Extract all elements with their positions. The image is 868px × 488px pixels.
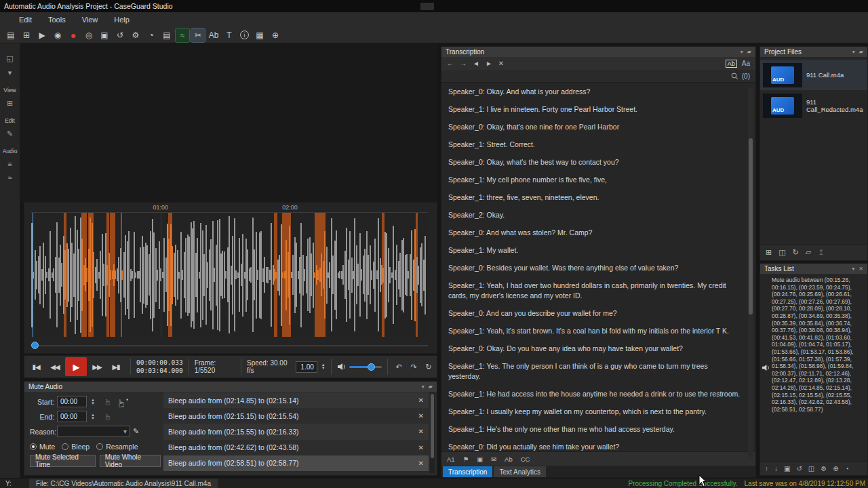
transcript-line[interactable]: Speaker_1: He had access into the house …	[448, 389, 741, 399]
match-case-icon[interactable]: Ab	[726, 60, 737, 68]
levels-icon[interactable]: ≈	[7, 174, 12, 182]
transcript-line[interactable]: Speaker_0: Okay. Do you have any idea wh…	[448, 344, 741, 354]
menu-item[interactable]: View	[74, 12, 106, 27]
seek-bar[interactable]	[31, 341, 428, 350]
transcript-scroll-thumb[interactable]	[749, 138, 753, 314]
waveform-plot[interactable]	[31, 213, 428, 337]
mute-whole-video-button[interactable]: Mute Whole Video	[100, 455, 161, 467]
bleep-row[interactable]: Bleep audio from (02:15.55) to (02:16.33…	[163, 424, 429, 439]
bleep-row[interactable]: Bleep audio from (02:58.51) to (02:58.77…	[163, 455, 429, 471]
project-file-item[interactable]: AUD 911 Call.m4a	[760, 60, 867, 90]
transcript-line[interactable]: Speaker_1: Yes. The only person I can th…	[448, 361, 741, 382]
mute-selected-time-button[interactable]: Mute Selected Time	[30, 455, 96, 467]
seek-knob[interactable]	[31, 342, 39, 349]
open-folder-icon[interactable]: ▱	[806, 248, 811, 257]
record-icon[interactable]: ●	[66, 28, 80, 42]
grid-icon[interactable]: ⊞	[7, 99, 13, 108]
pin-icon[interactable]: ▰	[859, 49, 863, 55]
play-segment-icon[interactable]: ◄	[473, 60, 479, 67]
play-next-icon[interactable]: ►	[486, 60, 492, 67]
attachment-icon[interactable]: ⚑	[463, 455, 469, 463]
translate-icon[interactable]: Ab	[505, 455, 513, 463]
transcript-line[interactable]: Speaker_0: Okay. And what is your addres…	[448, 87, 741, 97]
dock-icon[interactable]: ◱	[6, 54, 13, 63]
pin-icon[interactable]: ▰	[747, 49, 751, 55]
loop-icon[interactable]: ↻	[423, 363, 434, 371]
web-icon[interactable]: ⊕	[269, 28, 282, 42]
camera-icon[interactable]: ◉	[51, 28, 64, 42]
report-icon[interactable]: ▤	[160, 28, 174, 42]
chevron-down-icon[interactable]: ▾	[852, 49, 855, 55]
refresh-icon[interactable]: ↻	[793, 248, 799, 257]
transcript-line[interactable]: Speaker_1: My wallet.	[448, 245, 741, 256]
font-size-icon[interactable]: A1	[447, 455, 455, 463]
chevron-down-icon[interactable]: ▾	[852, 266, 854, 272]
list-icon[interactable]: ≡	[7, 160, 12, 168]
settings-icon[interactable]: ⚙	[821, 465, 827, 472]
info-icon[interactable]: i	[240, 30, 249, 39]
pick-end-icon[interactable]: ☞	[103, 413, 113, 420]
video-preview[interactable]	[20, 43, 437, 202]
end-input[interactable]: 00:00	[57, 411, 87, 422]
transcript-scrollbar[interactable]	[748, 87, 753, 457]
bleep-row[interactable]: Bleep audio from (02:42.62) to (02:43.58…	[163, 440, 429, 455]
text-tool-icon[interactable]: T	[222, 28, 236, 42]
history-icon[interactable]: ↺	[113, 28, 127, 42]
transcript-line[interactable]: Speaker_1: I live in nineteen. Forty one…	[448, 104, 741, 115]
history-icon[interactable]: ↺	[796, 465, 802, 472]
move-up-icon[interactable]: ↑	[765, 465, 768, 472]
transcript-line[interactable]: Speaker_0: Besides your wallet. Was ther…	[448, 263, 741, 273]
transcript-line[interactable]: Speaker_1: He's the only one other than …	[448, 424, 741, 434]
comment-icon[interactable]: ✉	[491, 455, 496, 463]
transcript-line[interactable]: Speaker_2: Okay.	[448, 210, 741, 220]
font-case-icon[interactable]: Aa	[742, 60, 750, 67]
transcript-line[interactable]: Speaker_0: Okay, what's the best way to …	[448, 157, 741, 167]
fast-forward-button[interactable]: ▶▶	[88, 359, 106, 375]
volume-slider[interactable]	[349, 366, 382, 368]
webcam-icon[interactable]: ◎	[82, 28, 96, 42]
next-segment-icon[interactable]: →	[460, 60, 467, 67]
save-icon[interactable]: ▣	[784, 465, 790, 472]
reason-select[interactable]: ▾	[57, 426, 130, 437]
collapse-icon[interactable]: ▾	[422, 384, 425, 390]
bleep-scroll-thumb[interactable]	[431, 394, 434, 458]
add-file-icon[interactable]: ⊞	[766, 248, 772, 257]
undo-icon[interactable]: ↶	[393, 363, 404, 371]
transcript-line[interactable]: Speaker_0: Okay, that's one nine for one…	[448, 122, 741, 132]
transcript-line[interactable]: Speaker_1: I usually keep my wallet on m…	[448, 407, 741, 417]
calendar-icon[interactable]: ▦	[253, 28, 267, 42]
bleep-row[interactable]: Bleep audio from (02:15.15) to (02:15.54…	[163, 408, 429, 424]
remove-bleep-icon[interactable]: ✕	[418, 396, 424, 404]
delete-icon[interactable]: ◫	[808, 465, 814, 472]
redo-icon[interactable]: ↷	[408, 363, 419, 371]
speed-stepper[interactable]: ▲▼	[321, 363, 326, 370]
redaction-tools-icon[interactable]: ✂	[191, 28, 205, 42]
transcript-line[interactable]: Speaker_1: Yeah, it's start brown. It's …	[448, 326, 741, 336]
transcript-line[interactable]: Speaker_1: three, five, seven, nineteen,…	[448, 192, 741, 203]
remove-bleep-icon[interactable]: ✕	[418, 412, 424, 420]
transcript-line[interactable]: Speaker_0: Did you actually see him take…	[448, 442, 741, 451]
export-icon[interactable]: ↥	[818, 248, 824, 257]
delete-file-icon[interactable]: ◫	[778, 248, 785, 257]
pin-icon[interactable]: ▾	[8, 68, 12, 77]
search-icon[interactable]	[731, 73, 738, 80]
transcript-line[interactable]: Speaker_1: Street. Correct.	[448, 140, 741, 150]
captions-icon[interactable]: CC	[521, 455, 530, 463]
remove-bleep-icon[interactable]: ✕	[418, 444, 424, 451]
schedule-icon[interactable]: ◔	[845, 465, 849, 472]
close-icon[interactable]: ✕	[859, 266, 863, 272]
open-project-icon[interactable]: ▤	[4, 28, 18, 42]
move-down-icon[interactable]: ↓	[774, 465, 778, 472]
task-item[interactable]: Mute audio between (00:15.26, 00:16.15),…	[772, 274, 867, 462]
stop-icon[interactable]: ✕	[498, 60, 504, 67]
bleep-row[interactable]: Bleep audio from (02:14.85) to (02:15.14…	[163, 392, 429, 408]
menu-item[interactable]: Edit	[11, 12, 40, 27]
skip-start-button[interactable]: ▮◀	[27, 359, 45, 375]
transcript-line[interactable]: Speaker_1: My cell phone number is five …	[448, 175, 741, 185]
add-media-icon[interactable]: ⊞	[20, 28, 33, 42]
menu-item[interactable]: Help	[106, 12, 138, 27]
brush-icon[interactable]: ✎	[7, 129, 13, 138]
speed-input[interactable]: 1.00	[296, 361, 317, 373]
volume-knob[interactable]	[368, 363, 375, 371]
tab[interactable]: Transcription	[443, 466, 492, 477]
